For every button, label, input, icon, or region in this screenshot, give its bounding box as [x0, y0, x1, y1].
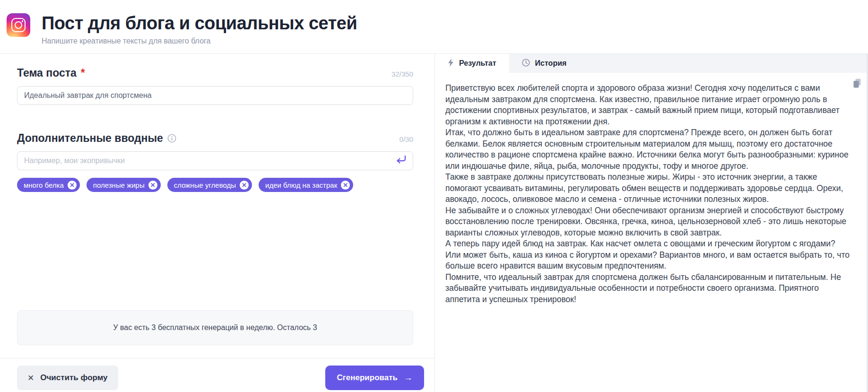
extra-char-counter: 0/30: [399, 135, 413, 143]
result-paragraph: Итак, что должно быть в идеальном завтра…: [445, 127, 850, 172]
result-tabbar: Результат История: [435, 54, 868, 73]
tag-pill: полезные жиры ✕: [87, 178, 161, 192]
info-icon[interactable]: [167, 134, 176, 143]
extra-input[interactable]: [17, 151, 413, 170]
instagram-icon: [7, 13, 30, 37]
tag-label: полезные жиры: [93, 181, 145, 189]
result-paragraph: А теперь пару идей блюд на завтрак. Как …: [445, 238, 850, 272]
tag-list: много белка ✕ полезные жиры ✕ сложные уг…: [17, 178, 413, 192]
enter-arrow-icon[interactable]: [395, 155, 407, 167]
tag-remove-icon[interactable]: ✕: [68, 181, 77, 190]
clear-form-button[interactable]: ✕ Очистить форму: [17, 366, 118, 390]
topic-char-counter: 32/350: [391, 70, 413, 78]
result-panel: Результат История Приветс: [435, 54, 868, 392]
result-text-area: Приветствую всех любителей спорта и здор…: [435, 73, 868, 392]
form-panel: Тема поста * 32/350 Дополнительные вводн…: [0, 54, 435, 392]
result-paragraph: Не забывайте и о сложных углеводах! Они …: [445, 205, 850, 239]
copy-icon[interactable]: [852, 78, 862, 90]
result-paragraph: Помните, что идеальный завтрак для спорт…: [445, 272, 850, 305]
tag-pill: идеи блюд на застрак ✕: [259, 178, 353, 192]
page-subtitle: Напишите креативные тексты для вашего бл…: [42, 37, 357, 45]
required-asterisk: *: [81, 67, 85, 79]
clear-x-icon: ✕: [27, 373, 34, 383]
generate-button[interactable]: Сгенерировать →: [325, 366, 424, 390]
tag-label: идеи блюд на застрак: [265, 181, 337, 189]
extra-label: Дополнительные вводные: [17, 132, 176, 145]
tag-remove-icon[interactable]: ✕: [341, 181, 350, 190]
topic-label: Тема поста *: [17, 67, 85, 79]
result-paragraph: Также в завтраке должны присутствовать п…: [445, 172, 850, 205]
arrow-right-icon: →: [404, 373, 413, 383]
clock-icon: [522, 59, 530, 69]
page-title: Пост для блога и социальных сетей: [42, 13, 357, 34]
tag-label: много белка: [24, 181, 64, 189]
tab-result[interactable]: Результат: [435, 54, 509, 73]
topic-input[interactable]: [17, 86, 413, 105]
lightning-icon: [448, 59, 454, 69]
page-header: Пост для блога и социальных сетей Напиши…: [0, 0, 868, 54]
tag-remove-icon[interactable]: ✕: [148, 181, 157, 190]
tag-remove-icon[interactable]: ✕: [240, 181, 249, 190]
tab-history[interactable]: История: [509, 54, 580, 73]
tag-pill: сложные углеводы ✕: [167, 178, 252, 192]
tag-pill: много белка ✕: [17, 178, 80, 192]
tag-label: сложные углеводы: [174, 181, 236, 189]
result-paragraph: Приветствую всех любителей спорта и здор…: [445, 83, 850, 127]
quota-note: У вас есть 3 бесплатных генераций в неде…: [17, 310, 413, 345]
